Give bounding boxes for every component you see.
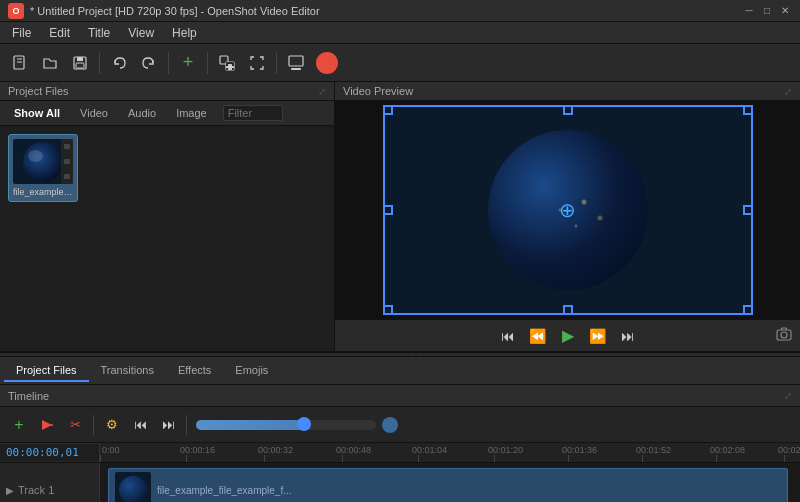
timeline-header: Timeline ⤢ (0, 385, 800, 407)
svg-rect-12 (291, 68, 301, 70)
tab-video[interactable]: Video (72, 105, 116, 121)
handle-bottom-left[interactable] (383, 305, 393, 315)
skip-to-end-button[interactable]: ⏭ (615, 323, 641, 349)
tab-emojis[interactable]: Emojis (223, 360, 280, 382)
tab-project-files[interactable]: Project Files (4, 360, 89, 382)
ruler-mark-9: 00:02 (778, 445, 800, 455)
film-hole (64, 159, 70, 164)
zoom-in-button[interactable] (213, 49, 241, 77)
open-project-button[interactable] (36, 49, 64, 77)
timeline-add-button[interactable]: + (6, 412, 32, 438)
bottom-tabs-bar: Project Files Transitions Effects Emojis (0, 357, 800, 385)
maximize-button[interactable]: □ (760, 4, 774, 18)
clip-label-0: file_example_file_example_f... (157, 485, 292, 496)
video-frame[interactable]: ⊕ (383, 105, 753, 315)
fast-forward-button[interactable]: ⏩ (585, 323, 611, 349)
timeline-enable-razor[interactable] (34, 412, 60, 438)
svg-point-14 (781, 332, 787, 338)
skip-to-start-button[interactable]: ⏮ (495, 323, 521, 349)
scrubber-handle[interactable] (297, 417, 311, 431)
toolbar-separator-1 (99, 52, 100, 74)
timeline: Timeline ⤢ + ✂ ⚙ ⏮ ⏭ 00:00:00,01 0:00 00… (0, 385, 800, 502)
film-strip (61, 139, 73, 184)
project-files-area: file_example_MP... (0, 126, 334, 351)
timeline-title: Timeline (8, 390, 49, 402)
preview-panel: Video Preview ⤢ ⊕ ⏮ ⏪ ▶ ⏩ ⏭ (335, 82, 800, 351)
tab-image[interactable]: Image (168, 105, 215, 121)
handle-top-left[interactable] (383, 105, 393, 115)
add-clip-button[interactable]: + (174, 49, 202, 77)
preview-panel-resize-icon: ⤢ (784, 86, 792, 97)
preview-panel-title: Video Preview (343, 85, 413, 97)
ruler-line-4 (418, 455, 419, 462)
record-button[interactable] (316, 52, 338, 74)
menu-view[interactable]: View (120, 24, 162, 42)
ruler-mark-7: 00:01:52 (636, 445, 671, 455)
ruler-mark-4: 00:01:04 (412, 445, 447, 455)
new-project-button[interactable] (6, 49, 34, 77)
scrubber-progress (196, 420, 304, 430)
project-panel-header: Project Files ⤢ (0, 82, 334, 101)
tab-show-all[interactable]: Show All (6, 105, 68, 121)
track-content: file_example_file_example_f... (100, 463, 800, 502)
timeline-scrubber-bar[interactable] (196, 420, 376, 430)
preview-panel-header: Video Preview ⤢ (335, 82, 800, 101)
fullscreen-button[interactable] (243, 49, 271, 77)
track-area: ▶ Track 1 file_example_file_example_f... (0, 463, 800, 502)
handle-left[interactable] (383, 205, 393, 215)
timeline-next-marker-button[interactable]: ⏭ (155, 412, 181, 438)
track-name-0: Track 1 (18, 484, 54, 496)
tab-effects[interactable]: Effects (166, 360, 223, 382)
menu-help[interactable]: Help (164, 24, 205, 42)
film-hole (64, 144, 70, 149)
ruler-mark-1: 00:00:16 (180, 445, 215, 455)
track-expand-icon[interactable]: ▶ (6, 485, 14, 496)
handle-right[interactable] (743, 205, 753, 215)
window-controls: ─ □ ✕ (742, 4, 792, 18)
toolbar-separator-4 (276, 52, 277, 74)
ruler-line-8 (716, 455, 717, 462)
ruler-line-6 (568, 455, 569, 462)
file-item-0[interactable]: file_example_MP... (8, 134, 78, 202)
tab-transitions[interactable]: Transitions (89, 360, 166, 382)
ruler-line-2 (264, 455, 265, 462)
undo-button[interactable] (105, 49, 133, 77)
timeline-snap-button[interactable]: ⚙ (99, 412, 125, 438)
handle-top[interactable] (563, 105, 573, 115)
timeline-cut-button[interactable]: ✂ (62, 412, 88, 438)
project-panel-title: Project Files (8, 85, 69, 97)
minimize-button[interactable]: ─ (742, 4, 756, 18)
menu-title[interactable]: Title (80, 24, 118, 42)
timeline-toolbar-sep-2 (186, 415, 187, 435)
close-button[interactable]: ✕ (778, 4, 792, 18)
rewind-button[interactable]: ⏪ (525, 323, 551, 349)
filter-input[interactable] (223, 105, 283, 121)
tab-audio[interactable]: Audio (120, 105, 164, 121)
handle-bottom[interactable] (563, 305, 573, 315)
clip-block-0[interactable]: file_example_file_example_f... (108, 468, 788, 502)
ruler-line-7 (642, 455, 643, 462)
ruler-mark-0: 0:00 (102, 445, 120, 455)
redo-button[interactable] (135, 49, 163, 77)
ruler: 0:00 00:00:16 00:00:32 00:00:48 00:01:04… (100, 443, 800, 462)
handle-top-right[interactable] (743, 105, 753, 115)
toolbar-separator-3 (207, 52, 208, 74)
menu-edit[interactable]: Edit (41, 24, 78, 42)
handle-bottom-right[interactable] (743, 305, 753, 315)
export-button[interactable] (282, 49, 310, 77)
scrubber-end-dot (382, 417, 398, 433)
file-label-0: file_example_MP... (13, 187, 73, 197)
timeline-prev-marker-button[interactable]: ⏮ (127, 412, 153, 438)
window-title: * Untitled Project [HD 720p 30 fps] - Op… (30, 5, 742, 17)
ruler-mark-8: 00:02:08 (710, 445, 745, 455)
menu-file[interactable]: File (4, 24, 39, 42)
timeline-resize-icon: ⤢ (784, 390, 792, 401)
play-button[interactable]: ▶ (555, 323, 581, 349)
ruler-line-3 (342, 455, 343, 462)
track-labels: ▶ Track 1 (0, 463, 100, 502)
save-project-button[interactable] (66, 49, 94, 77)
toolbar: + (0, 44, 800, 82)
clip-thumbnail-0 (115, 472, 151, 502)
screenshot-button[interactable] (776, 327, 792, 344)
ruler-mark-2: 00:00:32 (258, 445, 293, 455)
